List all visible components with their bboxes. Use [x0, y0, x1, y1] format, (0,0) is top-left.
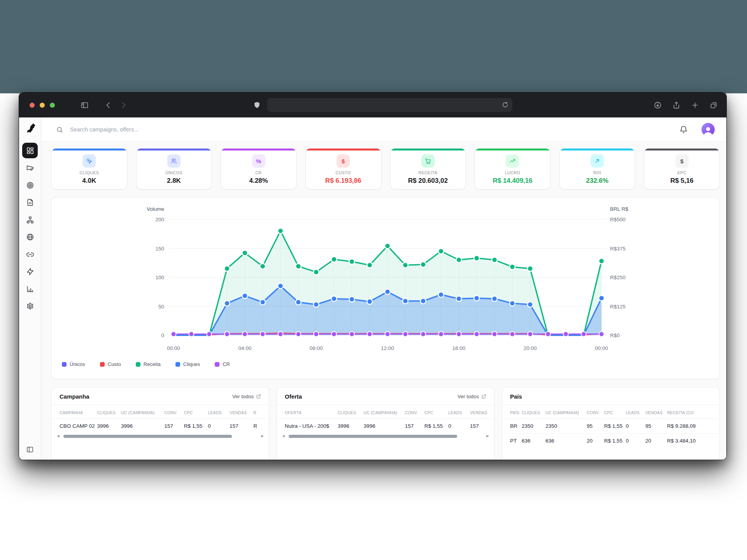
kpi-card-receita: RECEITAR$ 20.603,02	[390, 148, 466, 189]
kpi-card-epc: $EPCR$ 5,16	[644, 148, 720, 189]
svg-text:16:00: 16:00	[452, 345, 465, 351]
kpi-accent-strip	[221, 149, 296, 150]
sidebar-item-reports[interactable]	[22, 281, 38, 297]
table-cell: R$ 9.288,09	[665, 419, 719, 434]
file-code-icon	[26, 198, 34, 206]
sidebar-item-automations[interactable]	[22, 264, 38, 280]
sidebar-item-settings[interactable]	[22, 299, 38, 314]
shield-icon[interactable]	[253, 101, 261, 109]
zoom-window-button[interactable]	[50, 103, 55, 108]
kpi-label: CR	[221, 170, 296, 175]
table-card-campanha: CampanhaVer todosCAMPANHACLIQUESUC (CAMP…	[51, 387, 269, 460]
svg-text:00:00: 00:00	[167, 345, 180, 351]
arrow-up-right-icon	[591, 154, 604, 168]
table-cell: PT	[502, 434, 520, 448]
percent-icon: %	[252, 154, 265, 168]
zap-icon	[26, 268, 34, 276]
sidebar-item-landing-pages[interactable]	[22, 195, 38, 210]
table-cell: BR	[502, 419, 520, 434]
scroll-thumb[interactable]	[289, 435, 458, 438]
table-row: Nutra - USA - 200$39963996157R$ 1,550157	[277, 419, 494, 434]
svg-text:04:00: 04:00	[238, 345, 251, 351]
download-icon[interactable]	[654, 101, 662, 109]
table-card-país: PaísPAÍSCLIQUESUC (CAMPANHA)CONV.CPCLEAD…	[502, 387, 720, 460]
column-header: CAMPANHA	[52, 405, 95, 419]
ver-todos-link[interactable]: Ver todos	[232, 394, 261, 399]
kpi-accent-strip	[306, 149, 381, 150]
table-cell: R	[251, 419, 269, 434]
scroll-thumb[interactable]	[63, 435, 232, 438]
table-cell: 157	[468, 419, 494, 434]
scroll-right-arrow[interactable]: ▶	[486, 434, 489, 438]
back-icon[interactable]	[104, 101, 112, 109]
column-header: LEADS	[446, 405, 468, 419]
reload-icon[interactable]	[502, 101, 509, 108]
trending-up-icon	[506, 154, 519, 168]
table-cell: 636	[544, 434, 585, 448]
column-header: PAÍS	[502, 405, 520, 419]
minimize-window-button[interactable]	[40, 103, 45, 108]
app-root: CLIQUES4.0KÚNICOS2.8K%CR4.28%$CUSTOR$ 6.…	[19, 117, 726, 460]
address-bar[interactable]	[267, 98, 512, 112]
close-window-button[interactable]	[30, 103, 35, 108]
kpi-accent-strip	[475, 149, 550, 150]
sidebar-item-links[interactable]	[22, 247, 38, 262]
dog-logo-icon[interactable]	[25, 123, 35, 134]
svg-text:R$0: R$0	[610, 332, 620, 338]
cursor-click-icon	[82, 154, 96, 168]
sidebar-item-funnels[interactable]	[22, 212, 38, 228]
scroll-left-arrow[interactable]: ◀	[282, 434, 285, 438]
bell-icon[interactable]	[679, 125, 688, 134]
column-header: LEADS	[206, 405, 228, 419]
share-icon[interactable]	[672, 101, 680, 109]
sidebar-item-campaigns[interactable]	[22, 160, 38, 176]
column-header: UC (CAMPANHA)	[544, 405, 585, 419]
sidebar-item-domains[interactable]	[22, 229, 38, 245]
legend-item-cliques[interactable]: Cliques	[175, 361, 200, 367]
tab-overview-icon[interactable]	[710, 101, 718, 109]
table-cell: 157	[403, 419, 423, 434]
scroll-track[interactable]	[288, 435, 484, 438]
legend-item-custo[interactable]: Custo	[100, 361, 121, 367]
legend-label: Únicos	[70, 361, 85, 367]
column-header: CLIQUES	[520, 405, 544, 419]
target-icon	[26, 181, 34, 189]
kpi-card-lucro: LUCROR$ 14.409,16	[475, 148, 551, 189]
table-cell: 2350	[544, 419, 585, 434]
column-header: CONV.	[163, 405, 182, 419]
forward-icon[interactable]	[119, 101, 128, 109]
table-title: Oferta	[285, 393, 302, 400]
titlebar-actions	[654, 93, 718, 117]
table-cell: 3996	[362, 419, 403, 434]
table-title: País	[510, 393, 522, 400]
svg-text:08:00: 08:00	[310, 345, 323, 351]
ver-todos-link[interactable]: Ver todos	[458, 394, 486, 399]
scroll-track[interactable]	[62, 435, 258, 438]
sidebar-toggle-icon[interactable]	[81, 101, 89, 109]
column-header: CLIQUES	[336, 405, 362, 419]
table-cell: 95	[585, 419, 602, 434]
legend-label: Receita	[144, 361, 161, 367]
table-cell: 0	[446, 419, 468, 434]
sidebar-item-dashboard[interactable]	[22, 143, 38, 158]
table-row: PT63663620R$ 1,55020R$ 3.484,10	[502, 434, 719, 448]
kpi-label: ÚNICOS	[137, 170, 212, 175]
legend-item-únicos[interactable]: Únicos	[62, 361, 85, 367]
search-input[interactable]	[69, 126, 673, 133]
sidebar-item-offers[interactable]	[22, 177, 38, 193]
panel-left-icon[interactable]	[19, 446, 41, 453]
table-cell: R$ 1,55	[423, 419, 446, 434]
dollar-icon: $	[675, 154, 689, 168]
dashboard-content: CLIQUES4.0KÚNICOS2.8K%CR4.28%$CUSTOR$ 6.…	[41, 142, 726, 460]
data-table: OFERTACLIQUESUC (CAMPANHA)CONV.CPCLEADSV…	[277, 405, 494, 433]
new-tab-icon[interactable]	[691, 101, 699, 109]
avatar[interactable]	[701, 123, 715, 136]
legend-item-cr[interactable]: CR	[215, 361, 230, 367]
table-title: Campanha	[60, 393, 89, 400]
scroll-left-arrow[interactable]: ◀	[57, 434, 60, 438]
scroll-right-arrow[interactable]: ▶	[261, 434, 264, 438]
volume-chart: 200R$500150R$375100R$25050R$1250R$0Volum…	[59, 203, 712, 358]
legend-item-receita[interactable]: Receita	[136, 361, 161, 367]
external-link-icon	[256, 394, 261, 399]
table-cell: 3996	[95, 419, 119, 434]
